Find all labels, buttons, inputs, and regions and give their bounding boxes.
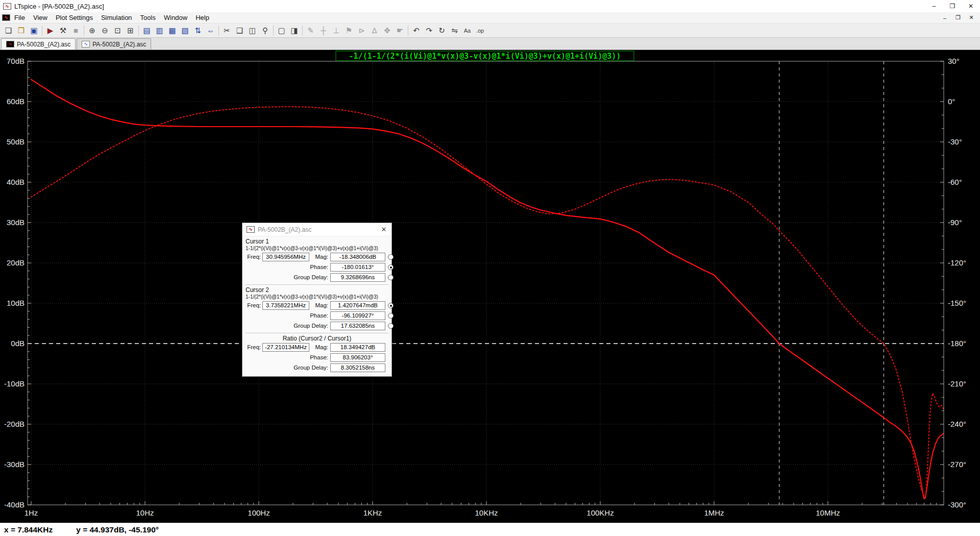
zoom-out-icon[interactable]: ⊖ [99, 25, 111, 37]
plot-canvas[interactable]: 70dB60dB50dB40dB30dB20dB10dB0dB-10dB-20d… [0, 50, 980, 523]
freq-axis-label[interactable]: 10MHz [816, 508, 840, 517]
mdi-close-button[interactable]: ✕ [965, 13, 978, 22]
text-tool-icon[interactable]: Aa [461, 25, 474, 37]
freq-axis-label[interactable]: 10KHz [475, 508, 498, 517]
place-diode-icon[interactable]: ⊳ [355, 25, 368, 37]
phase-axis-label[interactable]: -30° [948, 137, 962, 146]
mag-axis-label[interactable]: -30dB [4, 460, 24, 469]
sync-plot-panes-icon[interactable]: ▧ [179, 25, 191, 37]
phase-axis-label[interactable]: -90° [948, 218, 962, 227]
new-schematic-icon[interactable]: ❏ [2, 25, 15, 37]
find-icon[interactable]: ⚲ [259, 25, 272, 37]
phase-axis-label[interactable]: 0° [948, 97, 955, 106]
add-plot-pane-icon[interactable]: ▦ [166, 25, 179, 37]
mdi-restore-button[interactable]: ❐ [951, 13, 965, 22]
mag-axis-label[interactable]: -20dB [4, 420, 24, 428]
phase-axis-label[interactable]: -240° [948, 420, 966, 428]
mag-axis-label[interactable]: 30dB [7, 218, 24, 227]
undo-icon[interactable]: ↶ [410, 25, 423, 37]
place-ground-icon[interactable]: ⊥ [330, 25, 342, 37]
redo-icon[interactable]: ↷ [423, 25, 435, 37]
phase-axis-label[interactable]: -270° [948, 460, 966, 469]
cursor1-phase-radio[interactable] [388, 264, 394, 270]
mag-axis-label[interactable]: 20dB [7, 258, 24, 267]
cursor2-mag-radio[interactable] [388, 303, 394, 308]
cursor2-phase-radio[interactable] [388, 313, 394, 319]
save-file-icon[interactable]: ▣ [28, 25, 40, 37]
phase-axis-label[interactable]: -150° [948, 299, 966, 307]
freq-axis-label[interactable]: 100Hz [248, 508, 270, 517]
phase-axis-label[interactable]: -60° [948, 178, 962, 186]
menu-view[interactable]: View [29, 12, 52, 23]
cursor1-phase-value: -180.01613° [330, 263, 385, 272]
freq-axis-label[interactable]: 10Hz [136, 508, 154, 517]
phase-axis-label[interactable]: -180° [948, 339, 966, 348]
autorange-x-axis-icon[interactable]: ⇔ [204, 25, 217, 37]
place-component-icon[interactable]: ∆ [368, 25, 381, 37]
magnitude-curve[interactable] [31, 80, 944, 499]
mag-axis-label[interactable]: 60dB [7, 97, 24, 106]
freq-axis-label[interactable]: 100KHz [586, 508, 614, 517]
plot-pane-vertical-icon[interactable]: ▥ [153, 25, 166, 37]
cursor1-group-delay-radio[interactable] [388, 275, 394, 280]
run-simulation-icon[interactable]: ▶ [44, 25, 57, 37]
autorange-y-axis-icon[interactable]: ⇅ [191, 25, 204, 37]
mdi-minimize-button[interactable]: – [938, 13, 951, 22]
mirror-icon[interactable]: ⇋ [448, 25, 461, 37]
open-file-icon[interactable]: ❒ [15, 25, 28, 37]
print-preview-icon[interactable]: ▢ [275, 25, 288, 37]
zoom-in-icon[interactable]: ⊕ [86, 25, 99, 37]
rotate-icon[interactable]: ↻ [435, 25, 448, 37]
cursor-dialog-titlebar[interactable]: ∿ PA-5002B_(A2).asc ✕ [242, 223, 391, 236]
mag-axis-label[interactable]: 0dB [11, 339, 24, 348]
freq-axis-label[interactable]: 1Hz [24, 508, 38, 517]
child-window-icon[interactable]: ∿ [2, 14, 10, 21]
paste-icon[interactable]: ◫ [246, 25, 259, 37]
halt-simulation-icon[interactable]: ■ [69, 25, 82, 37]
move-icon[interactable]: ✥ [381, 25, 394, 37]
drag-icon[interactable]: ☛ [394, 25, 406, 37]
phase-axis-label[interactable]: 30° [948, 57, 960, 65]
cursor-dialog-close-icon[interactable]: ✕ [376, 223, 391, 236]
freq-axis-label[interactable]: 1KHz [363, 508, 382, 517]
phase-curve[interactable] [31, 107, 944, 498]
menu-tools[interactable]: Tools [136, 12, 160, 23]
cursor1-mag-radio[interactable] [388, 254, 394, 260]
mag-axis-label[interactable]: -10dB [4, 379, 24, 388]
restore-button[interactable]: ❐ [943, 0, 962, 12]
zoom-area-icon[interactable]: ⊡ [111, 25, 124, 37]
menu-help[interactable]: Help [191, 12, 213, 23]
plot-pane-horizontal-icon[interactable]: ▤ [140, 25, 153, 37]
phase-axis-label[interactable]: -300° [948, 500, 966, 509]
freq-axis-label[interactable]: 1MHz [704, 508, 724, 517]
mag-axis-label[interactable]: 70dB [7, 57, 24, 65]
mag-axis-label[interactable]: 50dB [7, 137, 24, 146]
mag-axis-label[interactable]: 10dB [7, 299, 24, 307]
zoom-full-extents-icon[interactable]: ⊞ [124, 25, 137, 37]
place-net-label-icon[interactable]: ⚑ [342, 25, 355, 37]
statusbar: x = 7.844KHz y = 44.937dB, -45.190° [0, 523, 980, 536]
print-icon[interactable]: ◨ [288, 25, 301, 37]
spice-directive-icon[interactable]: .op [474, 25, 486, 37]
menu-file[interactable]: File [10, 12, 29, 23]
menu-plot-settings[interactable]: Plot Settings [52, 12, 97, 23]
trace-title[interactable]: -1/(1-1/(2*(i(Vi)@1*v(x)@3-v(x)@1*i(Vi)@… [349, 52, 621, 61]
minimize-button[interactable]: – [925, 0, 943, 12]
control-panel-icon[interactable]: ⚒ [57, 25, 69, 37]
phase-axis-label[interactable]: -120° [948, 258, 966, 267]
titlebar[interactable]: ∿ LTspice - [PA-5002B_(A2).asc] – ❐ ✕ [0, 0, 980, 12]
mag-axis-label[interactable]: -40dB [4, 500, 24, 509]
edit-pencil-icon[interactable]: ✎ [304, 25, 317, 37]
menu-simulation[interactable]: Simulation [97, 12, 136, 23]
copy-icon[interactable]: ❑ [233, 25, 246, 37]
cut-icon[interactable]: ✂ [220, 25, 233, 37]
tab-schematic[interactable]: ∿PA-5002B_(A2).asc [77, 38, 151, 50]
cursor2-group-delay-radio[interactable] [388, 323, 394, 329]
cursor2-mag-label: Mag: [266, 302, 328, 308]
tab-waveform[interactable]: ∿PA-5002B_(A2).asc [1, 38, 76, 50]
menu-window[interactable]: Window [160, 12, 191, 23]
draw-wire-icon[interactable]: ┼ [317, 25, 330, 37]
phase-axis-label[interactable]: -210° [948, 379, 966, 388]
mag-axis-label[interactable]: 40dB [7, 178, 24, 186]
close-button[interactable]: ✕ [962, 0, 980, 12]
